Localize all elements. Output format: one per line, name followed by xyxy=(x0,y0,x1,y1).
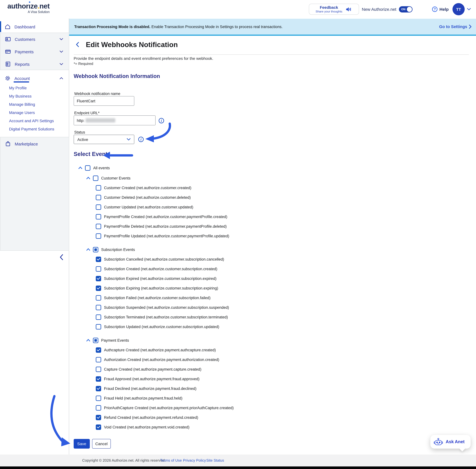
avatar-chevron-down-icon[interactable] xyxy=(467,8,471,11)
event-row[interactable]: PaymentProfile Deleted (net.authorize.cu… xyxy=(74,221,351,231)
checkbox-subscription-events[interactable] xyxy=(93,247,98,252)
event-row[interactable]: Void Created (net.authorize.payment.void… xyxy=(74,422,351,432)
annotation-arrow-status xyxy=(143,122,172,143)
checkbox[interactable] xyxy=(96,295,101,301)
checkbox[interactable] xyxy=(96,405,101,410)
endpoint-url-input[interactable]: http: xyxy=(74,116,156,125)
checkbox-customer-events[interactable] xyxy=(93,175,98,181)
sidebar-item-customers[interactable]: Customers xyxy=(0,33,69,45)
collapse-chevron-icon[interactable] xyxy=(86,339,90,342)
ask-anet-label: Ask Anet xyxy=(446,439,464,444)
checkbox[interactable] xyxy=(96,347,101,352)
checkbox[interactable] xyxy=(96,224,101,229)
event-row[interactable]: Subscription Failed (net.authorize.custo… xyxy=(74,293,351,302)
back-button[interactable] xyxy=(76,42,79,47)
ask-anet-button[interactable]: Ask Anet xyxy=(430,435,471,449)
event-label: Subscription Terminated (net.authorize.c… xyxy=(104,315,228,319)
checkbox[interactable] xyxy=(96,195,101,200)
checkbox[interactable] xyxy=(96,233,101,239)
checkbox-all-events[interactable] xyxy=(85,165,90,170)
sidebar-item-account-api-settings[interactable]: Account and API Settings xyxy=(9,118,54,123)
event-row[interactable]: Subscription Updated (net.authorize.cust… xyxy=(74,322,351,332)
endpoint-field-label: Endpoint URL* xyxy=(74,111,100,115)
payments-icon xyxy=(5,49,11,55)
event-row[interactable]: Subscription Terminated (net.authorize.c… xyxy=(74,312,351,322)
collapse-chevron-icon[interactable] xyxy=(86,177,90,180)
sidebar-item-account[interactable]: Account xyxy=(0,73,69,83)
webhook-name-input[interactable]: FluentCart xyxy=(74,96,134,106)
event-row-payment-events[interactable]: Payment Events xyxy=(74,335,351,345)
event-row[interactable]: PaymentProfile Updated (net.authorize.cu… xyxy=(74,231,351,241)
checkbox[interactable] xyxy=(96,256,101,262)
checkbox-payment-events[interactable] xyxy=(93,337,98,343)
status-select[interactable]: Active xyxy=(74,135,134,144)
new-authorize-toggle[interactable]: ON xyxy=(399,6,413,13)
event-row[interactable]: Fraud Approved (net.authorize.payment.fr… xyxy=(74,374,351,384)
sidebar-item-my-profile[interactable]: My Profile xyxy=(9,86,27,90)
event-row[interactable]: PriorAuthCapture Created (net.authorize.… xyxy=(74,403,351,413)
cancel-button[interactable]: Cancel xyxy=(92,439,111,449)
endpoint-info-icon[interactable]: i xyxy=(159,118,164,123)
checkbox[interactable] xyxy=(96,266,101,271)
select-chevron-icon xyxy=(127,138,131,141)
sidebar-item-manage-billing[interactable]: Manage Billing xyxy=(9,102,35,107)
event-row[interactable]: Customer Updated (net.authorize.customer… xyxy=(74,202,351,212)
sidebar-item-dashboard[interactable]: Dashboard xyxy=(0,21,69,32)
sidebar-item-marketplace[interactable]: Marketplace xyxy=(0,137,69,150)
event-row-subscription-events[interactable]: Subscription Events xyxy=(74,245,351,254)
event-row[interactable]: PaymentProfile Created (net.authorize.cu… xyxy=(74,212,351,221)
checkbox[interactable] xyxy=(96,415,101,420)
checkbox[interactable] xyxy=(96,367,101,372)
footer-link-terms[interactable]: Terms of Use xyxy=(160,454,182,467)
checkbox[interactable] xyxy=(96,376,101,382)
event-row-all-events[interactable]: All events xyxy=(74,163,351,173)
collapse-chevron-icon[interactable] xyxy=(86,248,90,251)
event-row[interactable]: Refund Created (net.authorize.payment.re… xyxy=(74,413,351,422)
checkbox[interactable] xyxy=(96,324,101,329)
event-row[interactable]: Customer Created (net.authorize.customer… xyxy=(74,183,351,193)
event-row[interactable]: Fraud Declined (net.authorize.payment.fr… xyxy=(74,384,351,393)
page-title: Edit Webhooks Notification xyxy=(86,41,178,49)
user-avatar[interactable]: TT xyxy=(452,3,465,15)
checkbox[interactable] xyxy=(96,185,101,190)
event-row[interactable]: Authorization Created (net.authorize.pay… xyxy=(74,355,351,364)
checkbox[interactable] xyxy=(96,386,101,391)
sidebar-item-my-business[interactable]: My Business xyxy=(9,94,32,98)
event-row[interactable]: Capture Created (net.authorize.payment.c… xyxy=(74,364,351,374)
event-row[interactable]: Customer Deleted (net.authorize.customer… xyxy=(74,193,351,202)
reports-icon xyxy=(5,61,11,67)
event-row[interactable]: Subscription Expiring (net.authorize.cus… xyxy=(74,283,351,293)
event-row[interactable]: Fraud Held (net.authorize.payment.fraud.… xyxy=(74,393,351,403)
checkbox[interactable] xyxy=(96,424,101,430)
event-row[interactable]: Subscription Expired (net.authorize.cust… xyxy=(74,274,351,283)
sidebar-item-digital-payment-solutions[interactable]: Digital Payment Solutions xyxy=(9,127,54,131)
feedback-button[interactable]: Feedback Share your thoughts xyxy=(309,4,359,15)
checkbox[interactable] xyxy=(96,204,101,210)
event-row[interactable]: Subscription Cancelled (net.authorize.cu… xyxy=(74,254,351,264)
collapse-chevron-icon[interactable] xyxy=(78,167,82,169)
event-row[interactable]: Authcapture Created (net.authorize.payme… xyxy=(74,345,351,355)
checkbox[interactable] xyxy=(96,285,101,291)
sidebar-label: Dashboard xyxy=(15,24,35,29)
sidebar-item-reports[interactable]: Reports xyxy=(0,58,69,70)
sidebar-item-payments[interactable]: Payments xyxy=(0,45,69,58)
checkbox[interactable] xyxy=(96,357,101,362)
checkbox[interactable] xyxy=(96,395,101,401)
sidebar-item-manage-users[interactable]: Manage Users xyxy=(9,110,35,115)
event-row[interactable]: Subscription Created (net.authorize.cust… xyxy=(74,264,351,274)
go-to-settings-link[interactable]: Go to Settings xyxy=(439,24,472,29)
status-info-icon[interactable]: i xyxy=(138,137,144,142)
checkbox[interactable] xyxy=(96,214,101,219)
help-button[interactable]: ? Help xyxy=(432,0,449,18)
save-button[interactable]: Save xyxy=(74,439,90,449)
sidebar-collapse-icon[interactable] xyxy=(60,254,63,260)
checkbox[interactable] xyxy=(96,305,101,310)
event-label: Authcapture Created (net.authorize.payme… xyxy=(104,348,216,352)
checkbox[interactable] xyxy=(96,276,101,281)
footer-link-privacy[interactable]: Privacy Policy xyxy=(183,454,206,467)
checkbox[interactable] xyxy=(96,314,101,320)
authorize-net-logo[interactable]: authorıze.net A Visa Solution xyxy=(7,2,49,14)
event-row[interactable]: Subscription Suspended (net.authorize.cu… xyxy=(74,302,351,312)
footer-link-site-status[interactable]: Site Status xyxy=(206,454,224,467)
event-row-customer-events[interactable]: Customer Events xyxy=(74,173,351,183)
